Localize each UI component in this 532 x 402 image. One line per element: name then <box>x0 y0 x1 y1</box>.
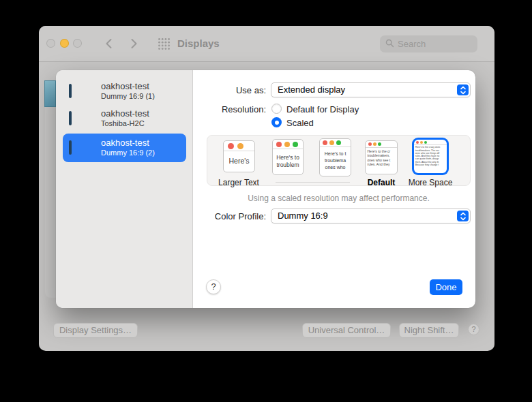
display-icon <box>69 85 95 97</box>
back-icon[interactable] <box>102 37 116 50</box>
display-list-item-toshiba[interactable]: oakhost-test Toshiba-H2C <box>63 104 186 133</box>
color-profile-dropdown[interactable]: Dummy 16:9 <box>271 208 471 223</box>
resolution-option-larger-text[interactable]: Here's <box>223 140 255 172</box>
display-item-title: oakhost-test <box>101 108 149 119</box>
resolution-option-3[interactable]: Here's to t troublema ones who <box>319 138 351 176</box>
display-item-subtitle: Dummy 16:9 (1) <box>101 91 155 102</box>
forward-icon[interactable] <box>127 37 141 50</box>
display-settings-sheet: oakhost-test Dummy 16:9 (1) oakhost-test… <box>56 70 475 308</box>
dot-yellow-icon <box>284 142 290 147</box>
display-icon <box>69 142 95 154</box>
done-button[interactable]: Done <box>430 279 462 295</box>
dimmed-background-panel <box>45 102 56 298</box>
dot-yellow-icon <box>329 140 334 145</box>
mini-window-text: Here's to the crazy ones troublemakers. … <box>414 145 447 166</box>
display-list-item-dummy-2-selected[interactable]: oakhost-test Dummy 16:9 (2) <box>63 134 186 162</box>
performance-note: Using a scaled resolution may affect per… <box>207 194 471 203</box>
use-as-dropdown[interactable]: Extended display <box>271 82 471 97</box>
use-as-value: Extended display <box>278 83 345 97</box>
screen-background: Displays Search oakhost-test Dummy 16:9 <box>0 0 532 402</box>
popup-stepper-icon <box>457 211 469 221</box>
mini-window-titlebar <box>366 141 397 148</box>
window-help-button[interactable]: ? <box>468 324 479 335</box>
dot-green-icon <box>424 141 427 144</box>
default-label: Default <box>368 178 396 187</box>
titlebar: Displays Search <box>39 26 494 62</box>
universal-control-button[interactable]: Universal Control… <box>302 323 391 338</box>
display-item-text: oakhost-test Dummy 16:9 (1) <box>101 81 155 102</box>
dot-green-icon <box>293 142 298 147</box>
dot-green-icon <box>378 142 381 146</box>
close-button[interactable] <box>46 39 55 48</box>
color-profile-value: Dummy 16:9 <box>278 209 328 223</box>
resolution-option-default[interactable]: Here's to the cr troublemakers. ones who… <box>365 140 398 174</box>
display-item-title: oakhost-test <box>101 81 155 91</box>
dot-yellow-icon <box>420 141 423 144</box>
display-icon <box>69 112 95 125</box>
dot-green-icon <box>336 140 341 145</box>
dot-yellow-icon <box>237 143 243 149</box>
dot-red-icon <box>323 140 327 145</box>
display-item-subtitle: Dummy 16:9 (2) <box>101 148 155 158</box>
minimize-button[interactable] <box>60 39 69 48</box>
dot-red-icon <box>368 142 372 146</box>
mini-window-text: Here's to t troublema ones who <box>320 147 351 170</box>
night-shift-button[interactable]: Night Shift… <box>399 323 459 338</box>
radio-default-for-display-label[interactable]: Default for Display <box>286 104 359 114</box>
scale-tick-line <box>276 182 350 183</box>
popup-stepper-icon <box>457 84 469 95</box>
resolution-label: Resolution: <box>191 104 266 114</box>
display-settings-button[interactable]: Display Settings… <box>53 323 138 338</box>
more-space-label: More Space <box>409 178 453 187</box>
dot-yellow-icon <box>373 142 376 146</box>
resolution-option-2[interactable]: Here's to troublem <box>272 139 304 175</box>
display-list-item-dummy-1[interactable]: oakhost-test Dummy 16:9 (1) <box>63 77 186 106</box>
mini-window-titlebar <box>273 140 303 149</box>
search-placeholder: Search <box>398 39 426 49</box>
zoom-button[interactable] <box>73 39 82 48</box>
dot-red-icon <box>276 142 282 147</box>
display-item-title: oakhost-test <box>101 138 155 148</box>
window-title: Displays <box>177 26 220 61</box>
app-grid-icon[interactable] <box>158 37 171 50</box>
dot-red-icon <box>416 141 419 144</box>
display-item-subtitle: Toshiba-H2C <box>101 119 149 129</box>
mini-window-titlebar <box>414 140 447 145</box>
dimmed-display-thumbnail <box>44 80 56 107</box>
mini-window-titlebar <box>320 139 351 147</box>
display-item-text: oakhost-test Toshiba-H2C <box>101 108 149 129</box>
use-as-label: Use as: <box>191 85 266 95</box>
radio-default-for-display[interactable] <box>271 104 282 114</box>
mini-window-titlebar <box>224 141 254 151</box>
mini-window-text: Here's to the cr troublemakers. ones who… <box>366 148 398 167</box>
dot-red-icon <box>228 143 234 149</box>
mini-window-text: Here's to troublem <box>273 149 303 170</box>
display-list-sidebar: oakhost-test Dummy 16:9 (1) oakhost-test… <box>56 70 193 308</box>
search-input[interactable]: Search <box>380 35 477 52</box>
resolution-option-more-space-selected[interactable]: Here's to the crazy ones troublemakers. … <box>414 140 447 173</box>
radio-scaled-label[interactable]: Scaled <box>286 118 314 128</box>
mini-window-text: Here's <box>224 151 254 165</box>
displays-window: Displays Search oakhost-test Dummy 16:9 <box>39 26 494 351</box>
display-item-text: oakhost-test Dummy 16:9 (2) <box>101 138 155 158</box>
larger-text-label: Larger Text <box>218 178 259 187</box>
radio-scaled[interactable] <box>271 117 282 127</box>
color-profile-label: Color Profile: <box>191 211 266 221</box>
search-icon <box>385 38 394 50</box>
sheet-help-button[interactable]: ? <box>206 279 221 294</box>
